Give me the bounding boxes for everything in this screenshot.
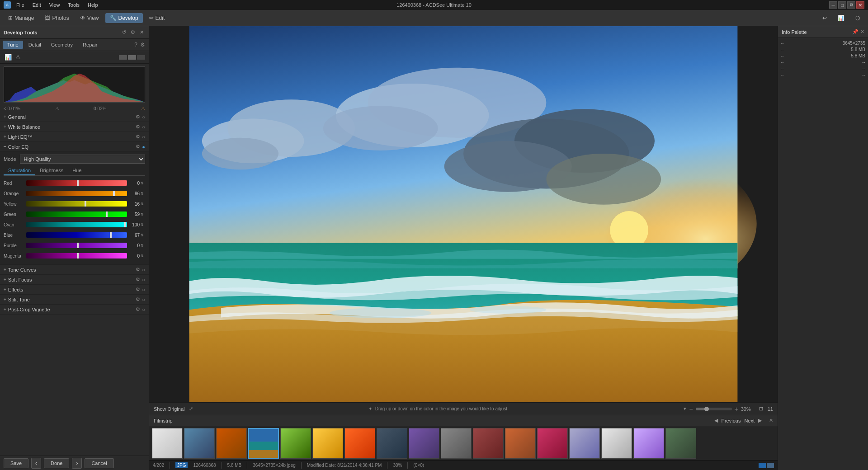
mode-select[interactable]: High Quality Normal [20, 155, 145, 164]
help-icon[interactable]: ? [133, 41, 138, 49]
thumb-7[interactable] [344, 428, 375, 459]
menu-tools[interactable]: Tools [65, 2, 82, 8]
green-track[interactable] [26, 212, 127, 217]
nav-edit[interactable]: ✏ Edit [145, 13, 170, 23]
menu-edit[interactable]: Edit [30, 2, 44, 8]
general-toggle-icon[interactable]: ○ [142, 114, 145, 120]
thumb-2[interactable] [184, 428, 215, 459]
orange-track[interactable] [26, 191, 127, 196]
filmstrip-close-icon[interactable]: ✕ [769, 418, 773, 423]
sf-toggle-icon[interactable]: ○ [142, 277, 145, 282]
nav-stats[interactable]: 📊 [833, 13, 849, 23]
warning-icon[interactable]: ⚠ [14, 53, 22, 61]
general-gear-icon[interactable]: ⚙ [136, 114, 140, 120]
tab-repair[interactable]: Repair [78, 41, 102, 49]
thumb-9[interactable] [409, 428, 439, 459]
settings-icon[interactable]: ⚙ [139, 41, 146, 49]
st-toggle-icon[interactable]: ○ [142, 297, 145, 302]
ceq-tab-brightness[interactable]: Brightness [35, 166, 68, 175]
thumb-13[interactable] [537, 428, 568, 459]
nav-manage[interactable]: ⊞ Manage [4, 13, 38, 23]
yellow-track[interactable] [26, 201, 127, 207]
menu-help[interactable]: Help [85, 2, 101, 8]
show-original-button[interactable]: Show Original [154, 406, 184, 412]
section-tone-curves[interactable]: + Tone Curves ⚙ ○ [0, 265, 149, 275]
panel-settings-btn[interactable]: ⚙ [129, 29, 137, 36]
thumb-1[interactable] [152, 428, 183, 459]
ceq-toggle-active-icon[interactable]: ● [142, 144, 145, 150]
pcv-toggle-icon[interactable]: ○ [142, 307, 145, 312]
ef-gear-icon[interactable]: ⚙ [136, 287, 140, 292]
cyan-track[interactable] [26, 222, 127, 227]
restore-button[interactable]: □ [838, 1, 846, 9]
prev-label[interactable]: Previous [722, 418, 741, 423]
zoom-minus-icon[interactable]: − [689, 405, 693, 413]
thumb-16[interactable] [633, 428, 664, 459]
expand-icon[interactable]: ⤢ [189, 406, 193, 412]
cancel-button[interactable]: Cancel [85, 458, 113, 468]
nav-photos[interactable]: 🖼 Photos [40, 13, 73, 23]
section-white-balance[interactable]: + White Balance ⚙ ○ [0, 122, 149, 132]
zoom-fit-button[interactable]: ⊡ [759, 406, 763, 412]
nav-undo[interactable]: ↩ [818, 13, 831, 23]
tab-detail[interactable]: Detail [24, 41, 46, 49]
thumb-5[interactable] [280, 428, 311, 459]
tc-gear-icon[interactable]: ⚙ [136, 267, 140, 273]
thumb-15[interactable] [601, 428, 632, 459]
thumb-8[interactable] [377, 428, 407, 459]
section-light-eq[interactable]: + Light EQ™ ⚙ ○ [0, 132, 149, 142]
next-label[interactable]: Next [744, 418, 755, 423]
menu-view[interactable]: View [47, 2, 63, 8]
wb-gear-icon[interactable]: ⚙ [136, 124, 140, 130]
ef-toggle-icon[interactable]: ○ [142, 287, 145, 292]
ceq-tab-hue[interactable]: Hue [68, 166, 86, 175]
section-color-eq-header[interactable]: − Color EQ ⚙ ● [0, 142, 149, 152]
red-track[interactable] [26, 180, 127, 186]
section-effects[interactable]: + Effects ⚙ ○ [0, 285, 149, 295]
tab-tune[interactable]: Tune [3, 41, 23, 49]
tab-geometry[interactable]: Geometry [47, 41, 77, 49]
thumb-11[interactable] [473, 428, 504, 459]
thumb-10[interactable] [441, 428, 472, 459]
prev-button[interactable]: ‹ [31, 458, 41, 469]
maximize-button[interactable]: ⧉ [847, 1, 855, 9]
thumb-6[interactable] [312, 428, 343, 459]
section-soft-focus[interactable]: + Soft Focus ⚙ ○ [0, 275, 149, 285]
sf-gear-icon[interactable]: ⚙ [136, 277, 140, 282]
next-button[interactable]: › [72, 458, 82, 469]
leq-gear-icon[interactable]: ⚙ [136, 134, 140, 140]
histogram-icon[interactable]: 📊 [4, 53, 13, 61]
thumb-4[interactable] [248, 428, 279, 459]
purple-track[interactable] [26, 243, 127, 248]
close-button[interactable]: ✕ [856, 1, 864, 9]
panel-close-btn[interactable]: ✕ [138, 29, 145, 36]
thumb-14[interactable] [569, 428, 600, 459]
section-general[interactable]: + General ⚙ ○ [0, 112, 149, 122]
minimize-button[interactable]: ─ [829, 1, 837, 9]
magenta-track[interactable] [26, 253, 127, 258]
dropdown-icon[interactable]: ▾ [684, 406, 686, 412]
panel-reset-btn[interactable]: ↺ [121, 29, 127, 36]
st-gear-icon[interactable]: ⚙ [136, 296, 140, 302]
thumb-more[interactable] [665, 428, 696, 459]
nav-develop[interactable]: 🔧 Develop [105, 13, 143, 23]
ceq-gear-icon[interactable]: ⚙ [136, 144, 140, 150]
wb-toggle-icon[interactable]: ○ [142, 124, 145, 130]
thumb-3[interactable] [216, 428, 247, 459]
section-split-tone[interactable]: + Split Tone ⚙ ○ [0, 295, 149, 305]
nav-view[interactable]: 👁 View [75, 13, 104, 23]
leq-toggle-icon[interactable]: ○ [142, 134, 145, 140]
pcv-gear-icon[interactable]: ⚙ [136, 306, 140, 312]
done-button[interactable]: Done [44, 458, 69, 468]
save-button[interactable]: Save [4, 458, 28, 468]
zoom-plus-icon[interactable]: + [735, 405, 738, 413]
rp-pin-icon[interactable]: 📌 [852, 29, 859, 35]
nav-extra[interactable]: ⬡ [851, 13, 864, 23]
thumb-12[interactable] [505, 428, 536, 459]
blue-track[interactable] [26, 232, 127, 238]
ceq-tab-saturation[interactable]: Saturation [4, 166, 35, 175]
menu-file[interactable]: File [14, 2, 27, 8]
rp-close-icon[interactable]: ✕ [860, 29, 864, 35]
section-post-crop[interactable]: + Post-Crop Vignette ⚙ ○ [0, 305, 149, 315]
tc-toggle-icon[interactable]: ○ [142, 267, 145, 273]
